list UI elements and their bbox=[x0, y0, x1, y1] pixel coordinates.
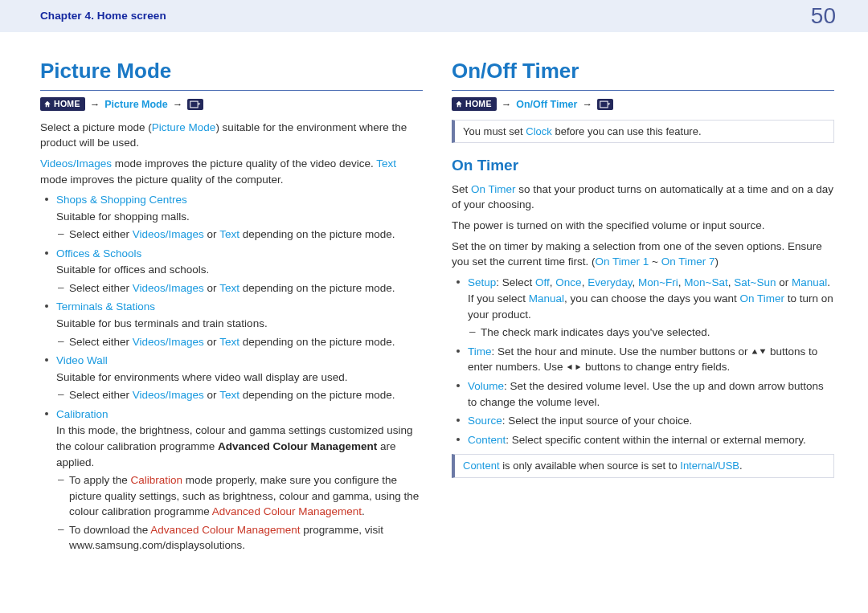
breadcrumb-picture-mode: HOME → Picture Mode → bbox=[40, 97, 423, 112]
home-label: HOME bbox=[465, 98, 492, 110]
item-desc: Suitable for offices and schools. bbox=[56, 262, 423, 278]
chapter-label: Chapter 4. Home screen bbox=[40, 8, 166, 24]
arrow-icon: → bbox=[90, 97, 100, 112]
sub-item: Select either Videos/Images or Text depe… bbox=[56, 334, 423, 350]
sub-item: Select either Videos/Images or Text depe… bbox=[56, 387, 423, 403]
item-desc: Suitable for shopping malls. bbox=[56, 209, 423, 225]
list-item: Offices & Schools Suitable for offices a… bbox=[43, 246, 423, 296]
item-name: Video Wall bbox=[56, 354, 108, 366]
home-pill-icon: HOME bbox=[452, 97, 497, 111]
page-number: 50 bbox=[811, 0, 836, 32]
list-item: Video Wall Suitable for environments whe… bbox=[43, 353, 423, 403]
item-desc: Suitable for environments where video wa… bbox=[56, 370, 423, 386]
list-item-setup: Setup: Select Off, Once, Everyday, Mon~F… bbox=[455, 275, 834, 341]
setup-line2: If you select Manual, you can choose the… bbox=[468, 291, 834, 322]
right-column: On/Off Timer HOME → On/Off Timer → You m… bbox=[452, 56, 834, 557]
para: Select a picture mode (Picture Mode) sui… bbox=[40, 120, 423, 151]
breadcrumb-onoff-timer: HOME → On/Off Timer → bbox=[452, 97, 834, 112]
breadcrumb-item: Picture Mode bbox=[104, 97, 168, 112]
breadcrumb-item: On/Off Timer bbox=[516, 97, 577, 112]
page-body: Picture Mode HOME → Picture Mode → Selec… bbox=[0, 32, 868, 576]
arrow-icon: → bbox=[582, 97, 592, 112]
left-column: Picture Mode HOME → Picture Mode → Selec… bbox=[40, 56, 423, 557]
item-desc: Suitable for bus terminals and train sta… bbox=[56, 316, 423, 332]
header-band: Chapter 4. Home screen 50 bbox=[0, 0, 868, 32]
arrow-icon: → bbox=[502, 97, 512, 112]
on-timer-list: Setup: Select Off, Once, Everyday, Mon~F… bbox=[455, 275, 834, 448]
picture-mode-list: Shops & Shopping Centres Suitable for sh… bbox=[43, 192, 423, 554]
list-item-source: Source: Select the input source of your … bbox=[455, 413, 834, 429]
item-name: Calibration bbox=[56, 408, 108, 420]
list-item-calibration: Calibration In this mode, the brightness… bbox=[43, 407, 423, 554]
home-pill-icon: HOME bbox=[40, 97, 85, 111]
list-item-time: Time: Set the hour and minute. Use the n… bbox=[455, 344, 834, 375]
para: Videos/Images mode improves the picture … bbox=[40, 156, 423, 187]
svg-rect-1 bbox=[600, 101, 608, 108]
note-clock: You must set Clock before you can use th… bbox=[452, 120, 834, 144]
para: Set the on timer by making a selection f… bbox=[452, 239, 834, 270]
enter-icon bbox=[187, 99, 203, 110]
home-label: HOME bbox=[54, 98, 80, 110]
para: Set On Timer so that your product turns … bbox=[452, 182, 834, 213]
item-desc: In this mode, the brightness, colour and… bbox=[56, 423, 423, 470]
list-item: Shops & Shopping Centres Suitable for sh… bbox=[43, 192, 423, 243]
subsection-on-timer: On Timer bbox=[452, 154, 834, 177]
sub-item: Select either Videos/Images or Text depe… bbox=[56, 280, 423, 296]
item-name: Shops & Shopping Centres bbox=[56, 194, 187, 206]
enter-icon bbox=[597, 99, 613, 110]
arrow-icon: → bbox=[173, 97, 183, 112]
section-title-onoff-timer: On/Off Timer bbox=[452, 56, 834, 91]
item-name: Terminals & Stations bbox=[56, 300, 155, 313]
left-right-icon bbox=[566, 363, 582, 371]
svg-rect-0 bbox=[190, 101, 198, 108]
sub-item: The check mark indicates days you've sel… bbox=[468, 325, 834, 341]
list-item-volume: Volume: Set the desired volume level. Us… bbox=[455, 378, 834, 410]
up-down-icon bbox=[751, 348, 767, 356]
setup-options: Off, Once, Everyday, Mon~Fri, Mon~Sat, S… bbox=[535, 276, 827, 288]
item-name: Offices & Schools bbox=[56, 247, 141, 260]
sub-item: To apply the Calibration mode properly, … bbox=[56, 472, 423, 520]
section-title-picture-mode: Picture Mode bbox=[40, 56, 423, 91]
list-item: Terminals & Stations Suitable for bus te… bbox=[43, 299, 423, 349]
list-item-content: Content: Select specific content within … bbox=[455, 432, 834, 448]
para: The power is turned on with the specifie… bbox=[452, 218, 834, 234]
note-content: Content is only available when source is… bbox=[452, 454, 834, 478]
sub-item: Select either Videos/Images or Text depe… bbox=[56, 227, 423, 243]
sub-item: To download the Advanced Colour Manageme… bbox=[56, 522, 423, 554]
